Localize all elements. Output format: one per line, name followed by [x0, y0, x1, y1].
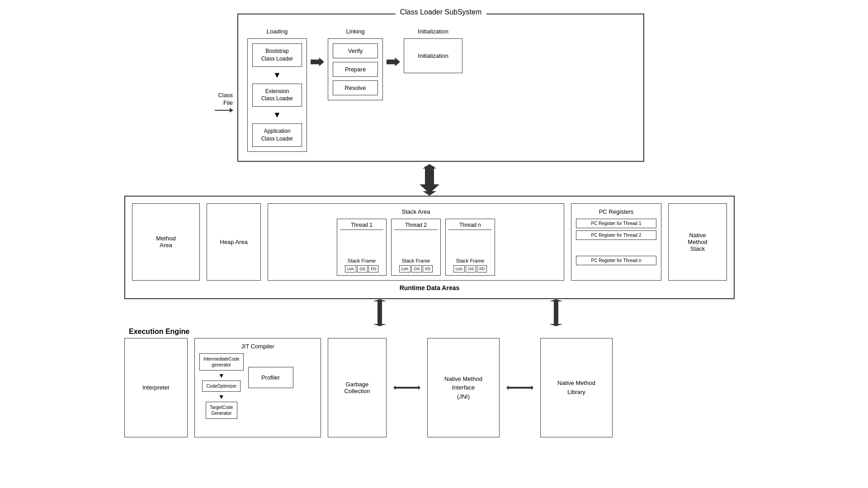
thread-2-col: Thread 2 Stack Frame LVA OS FD [391, 219, 441, 276]
svg-rect-7 [377, 301, 382, 324]
svg-marker-5 [423, 164, 436, 169]
nmi-nml-arrow [506, 338, 533, 437]
thread-1-title: Thread 1 [340, 222, 383, 230]
rda-exe-arrow-right [542, 299, 570, 328]
thread-n-frame: Stack Frame [448, 258, 492, 263]
threads-row: Thread 1 Stack Frame LVA OS FD Thread 2 [273, 219, 559, 276]
linking-label: Linking [346, 28, 364, 35]
exe-inner: Interpreter JIT Compiler IntermediateCod… [124, 338, 735, 437]
thread-2-lva: LVA OS FD [394, 265, 438, 272]
init-box: Initialization [404, 38, 462, 73]
thread-1-space [340, 232, 383, 254]
diagram-container: Class File Class Loader SubSystem Loadin… [68, 5, 791, 437]
nmi-box: Native Method Interface (JNI) [427, 338, 500, 437]
jit-container: JIT Compiler IntermediateCode generator … [194, 338, 321, 437]
bootstrap-loader: Bootstrap Class Loader [252, 43, 302, 67]
svg-marker-14 [393, 385, 396, 390]
heap-area-box: Heap Area [207, 203, 261, 281]
jit-step-3: TargetCode Generator [206, 402, 237, 419]
t1-lva: LVA [345, 265, 357, 272]
pc-registers-label: PC Registers [576, 208, 656, 215]
cls-subsystem-box: Class Loader SubSystem Loading Bootstrap… [237, 14, 644, 162]
pc-spacer [576, 242, 656, 256]
loading-to-linking-arrow [311, 55, 324, 69]
pc-reg-1: PC Register for Thread 1 [576, 219, 656, 228]
exe-title: Execution Engine [124, 328, 735, 336]
thread-n-lva: LVA OS FD [448, 265, 492, 272]
jit-arrow-2: ▼ [218, 394, 225, 400]
class-file-arrow [215, 110, 233, 111]
garbage-box: Garbage Collection [328, 338, 387, 437]
svg-marker-9 [373, 324, 387, 326]
thread-1-lva: LVA OS FD [340, 265, 383, 272]
rda-section: Method Area Heap Area Stack Area Thread … [124, 196, 735, 299]
thread-1-frame: Stack Frame [340, 258, 383, 263]
svg-marker-8 [373, 299, 387, 301]
loading-label: Loading [267, 28, 288, 35]
rda-exe-arrow-left [366, 299, 393, 328]
rda-inner: Method Area Heap Area Stack Area Thread … [132, 203, 727, 281]
svg-rect-16 [509, 387, 531, 389]
cls-to-rda-arrow [68, 164, 791, 196]
pc-reg-n: PC Register for Thread n [576, 256, 656, 265]
jit-flow: IntermediateCode generator ▼ CodeOptimiz… [199, 353, 244, 419]
loader-down-arrow: ▼ [252, 70, 302, 80]
cls-inner: Loading Bootstrap Class Loader ▼ Extensi… [247, 28, 634, 152]
tn-os: OS [466, 265, 476, 272]
rda-title: Runtime Data Areas [132, 284, 727, 291]
interpreter-box: Interpreter [124, 338, 188, 437]
loading-section: Loading Bootstrap Class Loader ▼ Extensi… [247, 28, 307, 152]
extension-loader: Extension Class Loader [252, 84, 302, 107]
cls-subsystem-title: Class Loader SubSystem [396, 8, 486, 16]
method-area-box: Method Area [132, 203, 200, 281]
thread-n-space [448, 232, 492, 254]
pc-registers: PC Registers PC Register for Thread 1 PC… [571, 203, 661, 281]
profiler-box: Profiler [248, 367, 293, 388]
t1-os: OS [357, 265, 368, 272]
linking-section: Linking Verify Prepare Resolve [328, 28, 383, 100]
svg-marker-12 [549, 324, 563, 326]
t2-os: OS [411, 265, 422, 272]
loaders-col: Bootstrap Class Loader ▼ Extension Class… [247, 38, 307, 152]
native-method-stack-box: Native Method Stack [668, 203, 727, 281]
nml-box: Native Method Library [540, 338, 613, 437]
init-section: Initialization Initialization [404, 28, 462, 73]
init-label: Initialization [418, 28, 448, 35]
t2-lva: LVA [399, 265, 411, 272]
thread-2-frame: Stack Frame [394, 258, 438, 263]
linking-to-init-arrow [387, 55, 400, 69]
stack-area-label: Stack Area [273, 208, 559, 215]
jit-step-1: IntermediateCode generator [199, 353, 244, 371]
svg-marker-1 [387, 57, 400, 66]
linking-col: Verify Prepare Resolve [328, 38, 383, 100]
resolve-box: Resolve [333, 80, 378, 95]
exe-section: Execution Engine Interpreter JIT Compile… [124, 328, 735, 437]
rda-to-exe-arrows [124, 299, 735, 328]
t2-fd: FD [423, 265, 433, 272]
svg-marker-6 [423, 191, 436, 196]
class-file-label: Class File [218, 92, 233, 107]
jit-inner: IntermediateCode generator ▼ CodeOptimiz… [199, 353, 316, 419]
loader-down-arrow2: ▼ [252, 110, 302, 120]
t1-fd: FD [368, 265, 378, 272]
thread-2-space [394, 232, 438, 254]
svg-rect-13 [396, 387, 418, 389]
svg-marker-17 [506, 385, 509, 390]
tn-fd: FD [477, 265, 487, 272]
svg-marker-15 [418, 385, 420, 390]
gc-nmi-arrow [393, 338, 420, 437]
jit-arrow-1: ▼ [218, 372, 225, 379]
thread-1-col: Thread 1 Stack Frame LVA OS FD [337, 219, 387, 276]
cls-top-section: Class File Class Loader SubSystem Loadin… [68, 5, 791, 162]
thread-2-title: Thread 2 [394, 222, 438, 230]
tn-lva: LVA [453, 265, 465, 272]
class-file-input: Class File [215, 92, 233, 111]
prepare-box: Prepare [333, 62, 378, 77]
svg-rect-4 [427, 169, 432, 191]
stack-area: Stack Area Thread 1 Stack Frame LVA OS F… [268, 203, 564, 281]
application-loader: Application Class Loader [252, 123, 302, 147]
rda-wrapper: Method Area Heap Area Stack Area Thread … [68, 196, 791, 299]
svg-rect-10 [554, 301, 558, 324]
verify-box: Verify [333, 43, 378, 58]
jit-label: JIT Compiler [199, 343, 316, 350]
